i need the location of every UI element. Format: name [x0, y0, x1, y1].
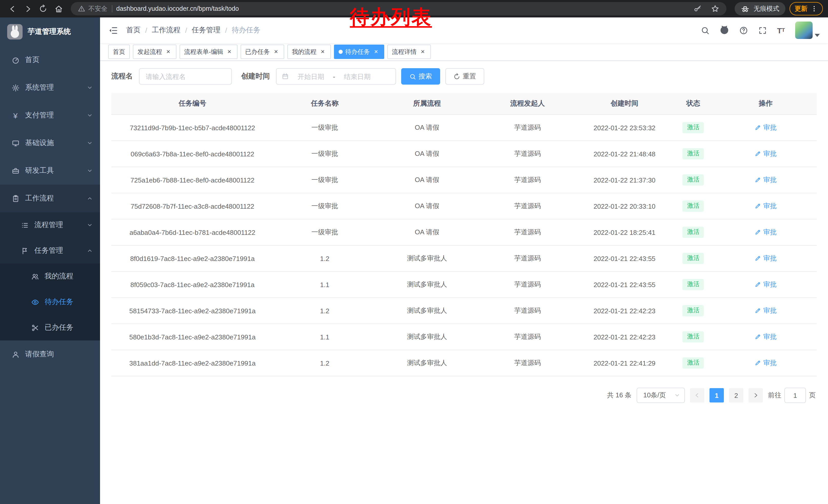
sidebar-item-my-processes[interactable]: 我的流程: [0, 264, 100, 289]
status-badge: 激活: [682, 305, 704, 316]
col-header-action: 操作: [714, 93, 817, 114]
breadcrumb-workflow[interactable]: 工作流程: [152, 26, 180, 35]
approve-link[interactable]: 审批: [755, 332, 777, 341]
sidebar-item-task-management[interactable]: 任务管理: [0, 238, 100, 264]
cell-task-name: 一级审批: [274, 219, 376, 245]
browser-update-button[interactable]: 更新: [790, 2, 823, 15]
status-badge: 激活: [682, 331, 704, 342]
tab-done-tasks[interactable]: 已办任务 ×: [241, 45, 284, 59]
tab-home[interactable]: 首页: [108, 45, 130, 59]
col-header-created: 创建时间: [577, 93, 672, 114]
cell-created: 2022-01-21 22:43:55: [577, 245, 672, 272]
top-navbar: 首页 / 工作流程 / 任务管理 / 待办任务 TT: [100, 17, 828, 43]
reset-button[interactable]: 重置: [445, 68, 484, 85]
cell-process: 测试多审批人: [376, 245, 478, 272]
approve-link[interactable]: 审批: [755, 228, 777, 237]
fullscreen-icon[interactable]: [758, 26, 767, 35]
status-badge: 激活: [682, 122, 704, 133]
sidebar-item-infrastructure[interactable]: 基础设施: [0, 129, 100, 157]
approve-link[interactable]: 审批: [755, 149, 777, 158]
help-icon[interactable]: [739, 26, 748, 35]
flag-icon: [19, 247, 30, 255]
tab-process-detail[interactable]: 流程详情 ×: [387, 45, 431, 59]
close-icon[interactable]: ×: [273, 48, 280, 55]
process-name-input[interactable]: [139, 68, 232, 85]
close-icon[interactable]: ×: [165, 48, 172, 55]
cell-task-name: 一级审批: [274, 114, 376, 141]
cell-process: OA 请假: [376, 114, 478, 141]
font-size-icon[interactable]: TT: [777, 27, 785, 34]
end-date-input[interactable]: [338, 72, 376, 81]
sidebar-item-payment-management[interactable]: ¥ 支付管理: [0, 101, 100, 129]
password-key-icon[interactable]: [694, 5, 702, 13]
breadcrumb-separator: /: [185, 26, 187, 34]
back-button[interactable]: [5, 2, 19, 16]
approve-link[interactable]: 审批: [755, 306, 777, 315]
app-logo[interactable]: 芋道管理系统: [0, 17, 100, 46]
page-button-1[interactable]: 1: [709, 388, 724, 403]
jump-suffix-label: 页: [809, 391, 816, 400]
home-button[interactable]: [51, 2, 66, 16]
tab-initiate-process[interactable]: 发起流程 ×: [133, 45, 176, 59]
next-page-button[interactable]: [748, 388, 763, 403]
breadcrumb-home[interactable]: 首页: [126, 26, 140, 35]
search-icon[interactable]: [701, 26, 709, 35]
reset-button-label: 重置: [463, 72, 476, 81]
tab-my-processes[interactable]: 我的流程 ×: [287, 45, 331, 59]
breadcrumb-task-management[interactable]: 任务管理: [192, 26, 220, 35]
page-size-value: 10条/页: [643, 391, 666, 400]
page-size-select[interactable]: 10条/页: [637, 387, 685, 403]
sidebar-item-system-management[interactable]: 系统管理: [0, 74, 100, 101]
page-button-2[interactable]: 2: [729, 388, 743, 403]
tab-process-form-edit[interactable]: 流程表单-编辑 ×: [179, 45, 238, 59]
approve-link[interactable]: 审批: [755, 201, 777, 211]
date-range-separator: -: [333, 73, 335, 80]
approve-link[interactable]: 审批: [755, 254, 777, 263]
approve-link[interactable]: 审批: [755, 123, 777, 132]
approve-label: 审批: [763, 358, 777, 368]
close-icon[interactable]: ×: [372, 48, 380, 55]
user-avatar-menu[interactable]: [795, 21, 820, 39]
bookmark-star-icon[interactable]: [711, 5, 719, 13]
table-row: 381aa1dd-7ac8-11ec-a9e2-a2380e71991a 1.2…: [111, 350, 817, 376]
chevron-left-icon: [694, 392, 700, 398]
approve-link[interactable]: 审批: [755, 175, 777, 185]
close-icon[interactable]: ×: [319, 48, 326, 55]
sidebar-item-todo-tasks[interactable]: 待办任务: [0, 289, 100, 315]
cell-created: 2022-01-22 20:33:10: [577, 193, 672, 219]
col-header-process: 所属流程: [376, 93, 478, 114]
cell-task-id: 8f059c03-7ac8-11ec-a9e2-a2380e71991a: [111, 272, 274, 297]
date-range-picker[interactable]: -: [276, 68, 396, 85]
security-label: 不安全: [88, 4, 108, 13]
dashboard-icon: [10, 56, 20, 64]
address-bar[interactable]: 不安全 dashboard.yudao.iocoder.cn/bpm/task/…: [71, 2, 727, 15]
sidebar-item-workflow[interactable]: 工作流程: [0, 185, 100, 212]
security-indicator[interactable]: 不安全: [78, 4, 108, 13]
browser-menu-icon[interactable]: [811, 5, 818, 12]
reload-button[interactable]: [36, 2, 50, 16]
cell-task-id: 75d72608-7b7f-11ec-a3c8-acde48001122: [111, 193, 274, 219]
approve-link[interactable]: 审批: [755, 358, 777, 368]
close-icon[interactable]: ×: [226, 48, 233, 55]
prev-page-button[interactable]: [690, 388, 704, 403]
close-icon[interactable]: ×: [419, 48, 426, 55]
breadcrumb-separator: /: [145, 26, 147, 34]
sidebar-item-process-management[interactable]: 流程管理: [0, 212, 100, 238]
sidebar-collapse-button[interactable]: [108, 26, 118, 35]
forward-button[interactable]: [20, 2, 35, 16]
sidebar-item-leave-query[interactable]: 请假查询: [0, 340, 100, 368]
search-button-label: 搜索: [419, 72, 432, 81]
start-date-input[interactable]: [292, 72, 330, 81]
tab-todo-tasks[interactable]: 待办任务 ×: [334, 45, 384, 59]
search-button[interactable]: 搜索: [401, 68, 440, 85]
approve-link[interactable]: 审批: [755, 280, 777, 289]
jump-prefix-label: 前往: [768, 391, 781, 400]
create-time-label: 创建时间: [241, 72, 270, 81]
jump-page-input[interactable]: [784, 387, 806, 403]
avatar[interactable]: [795, 21, 813, 39]
sidebar-item-dev-tools[interactable]: 研发工具: [0, 157, 100, 185]
sidebar-item-home[interactable]: 首页: [0, 46, 100, 74]
github-icon[interactable]: [719, 26, 729, 35]
sidebar-item-done-tasks[interactable]: 已办任务: [0, 315, 100, 340]
url-text: dashboard.yudao.iocoder.cn/bpm/task/todo: [116, 5, 239, 12]
